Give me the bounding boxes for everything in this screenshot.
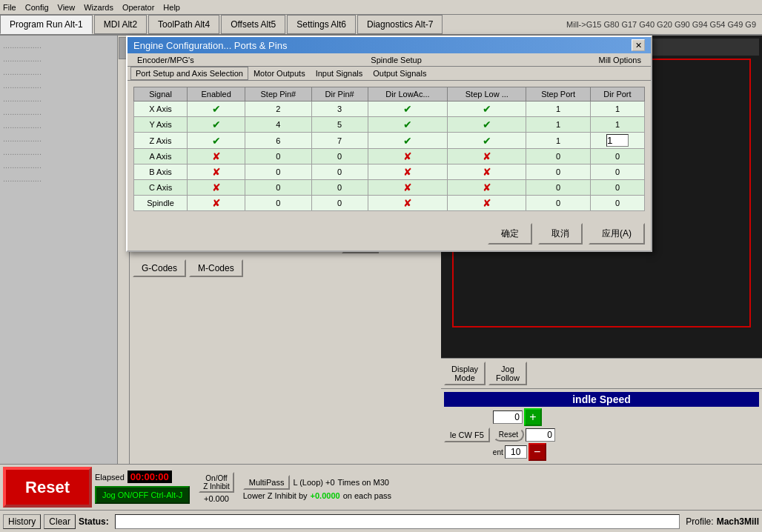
profile-value: Mach3Mill	[717, 516, 759, 527]
table-row-dir: 0	[311, 149, 368, 164]
gcode-line: .................	[3, 65, 126, 79]
history-button[interactable]: History	[3, 514, 41, 529]
status-label: Status:	[79, 516, 109, 527]
dir-port-input[interactable]	[606, 134, 629, 147]
table-row-dir-low[interactable]: ✔	[368, 133, 448, 149]
table-row-dir-port: 0	[590, 180, 644, 196]
table-row-enabled[interactable]: ✘	[188, 164, 245, 180]
tab-diagnostics[interactable]: Diagnostics Alt-7	[357, 15, 443, 34]
spindle-override-input[interactable]	[526, 428, 555, 442]
gcode-display: ................. ................. ....…	[0, 36, 130, 464]
table-row-step-low[interactable]: ✔	[448, 117, 526, 133]
cross-icon: ✘	[212, 197, 221, 209]
dialog-tabs: Encoder/MPG's Spindle Setup Mill Options	[127, 53, 651, 67]
spindle-speed-input[interactable]	[493, 410, 523, 424]
dialog-tab-encoder[interactable]: Encoder/MPG's	[130, 53, 201, 66]
display-mode-button[interactable]: DisplayMode	[444, 362, 486, 385]
cross-icon: ✘	[212, 182, 221, 193]
table-row-step: 2	[245, 102, 312, 117]
table-row-enabled[interactable]: ✔	[188, 102, 245, 117]
table-row-step: 0	[245, 196, 312, 211]
table-row-enabled[interactable]: ✘	[188, 196, 245, 211]
gcodes-button[interactable]: G-Codes	[133, 259, 186, 277]
spindle-plus-button[interactable]: +	[524, 408, 542, 426]
menu-file[interactable]: File	[3, 3, 16, 12]
table-row-step-low[interactable]: ✘	[448, 196, 526, 211]
dialog-tab-spindle[interactable]: Spindle Setup	[364, 53, 428, 66]
cross-icon: ✘	[483, 166, 491, 178]
gcode-line: .................	[3, 145, 126, 159]
dialog-close-button[interactable]: ✕	[632, 39, 645, 51]
feed-override-label: ent	[493, 448, 503, 456]
spindle-reset-button[interactable]: Reset	[493, 428, 524, 442]
table-row-step-low[interactable]: ✘	[448, 164, 526, 180]
dialog-cancel-button[interactable]: 取消	[538, 223, 583, 245]
multipass-button[interactable]: MultiPass	[243, 475, 291, 490]
tab-mdi[interactable]: MDI Alt2	[94, 15, 147, 34]
gcode-line: .................	[3, 105, 126, 119]
mcodes-button[interactable]: M-Codes	[189, 259, 243, 277]
table-row-enabled[interactable]: ✘	[188, 149, 245, 164]
table-row-step: 4	[245, 117, 312, 133]
dialog-subtab-motor[interactable]: Motor Outputs	[248, 67, 311, 80]
gcode-line: .................	[3, 79, 126, 92]
table-row-dir-low[interactable]: ✔	[368, 102, 448, 117]
table-row-dir-port: 1	[590, 117, 644, 133]
menu-config[interactable]: Config	[25, 3, 49, 12]
table-row-dir-port[interactable]	[590, 133, 644, 149]
table-row-dir: 0	[311, 196, 368, 211]
table-row-dir-low[interactable]: ✘	[368, 164, 448, 180]
spindle-minus-button[interactable]: −	[529, 443, 546, 461]
tab-toolpath[interactable]: ToolPath Alt4	[148, 15, 219, 34]
check-icon: ✔	[212, 119, 221, 130]
clear-button[interactable]: Clear	[44, 514, 76, 529]
table-row-dir-port: 1	[590, 102, 644, 117]
table-row-step-low[interactable]: ✔	[448, 133, 526, 149]
dialog-subtabs: Port Setup and Axis Selection Motor Outp…	[127, 67, 651, 81]
table-row-dir-low[interactable]: ✘	[368, 196, 448, 211]
table-row-signal: B Axis	[134, 164, 188, 180]
cross-icon: ✘	[403, 182, 412, 193]
tab-settings[interactable]: Settings Alt6	[287, 15, 356, 34]
menu-operator[interactable]: Operator	[122, 3, 154, 12]
table-row-dir-low[interactable]: ✔	[368, 117, 448, 133]
dialog-subtab-port-setup[interactable]: Port Setup and Axis Selection	[130, 67, 248, 80]
tab-offsets[interactable]: Offsets Alt5	[221, 15, 285, 34]
dialog-apply-button[interactable]: 应用(A)	[589, 223, 645, 245]
menu-view[interactable]: View	[58, 3, 76, 12]
z-inhibit-button[interactable]: On/OffZ Inhibit	[199, 472, 234, 493]
table-row-step-port: 1	[526, 133, 591, 149]
table-row-step: 0	[245, 164, 312, 180]
jog-onoff-button[interactable]: Jog ON/OFF Ctrl-Alt-J	[95, 486, 190, 504]
elapsed-label: Elapsed	[95, 473, 125, 482]
col-enabled: Enabled	[188, 87, 245, 102]
table-row-step-low[interactable]: ✘	[448, 149, 526, 164]
table-row-enabled[interactable]: ✔	[188, 117, 245, 133]
table-row-dir: 5	[311, 117, 368, 133]
col-step-port: Step Port	[526, 87, 591, 102]
table-row-step-low[interactable]: ✘	[448, 180, 526, 196]
tab-program-run[interactable]: Program Run Alt-1	[0, 15, 93, 34]
dialog-ok-button[interactable]: 确定	[488, 223, 532, 245]
table-row-signal: A Axis	[134, 149, 188, 164]
check-icon: ✔	[212, 103, 221, 115]
spindle-cw-button[interactable]: le CW F5	[444, 428, 490, 442]
table-row-signal: Spindle	[134, 196, 188, 211]
reset-button[interactable]: Reset	[3, 467, 92, 508]
table-row-enabled[interactable]: ✘	[188, 180, 245, 196]
feed-override-value[interactable]	[505, 445, 527, 459]
menu-help[interactable]: Help	[163, 3, 180, 12]
table-row-step-low[interactable]: ✔	[448, 102, 526, 117]
dialog-tab-mill[interactable]: Mill Options	[592, 53, 648, 66]
dialog-subtab-output[interactable]: Output Signals	[368, 67, 431, 80]
table-row-dir-low[interactable]: ✘	[368, 180, 448, 196]
jog-follow-button[interactable]: JogFollow	[488, 362, 527, 385]
cross-icon: ✘	[403, 166, 412, 178]
table-row-enabled[interactable]: ✔	[188, 133, 245, 149]
dialog-subtab-input[interactable]: Input Signals	[311, 67, 368, 80]
dialog-buttons: 确定 取消 应用(A)	[127, 217, 651, 250]
table-row-dir-low[interactable]: ✘	[368, 149, 448, 164]
check-icon: ✔	[403, 119, 412, 130]
elapsed-time: 00:00:00	[127, 471, 172, 483]
menu-wizards[interactable]: Wizards	[84, 3, 113, 12]
